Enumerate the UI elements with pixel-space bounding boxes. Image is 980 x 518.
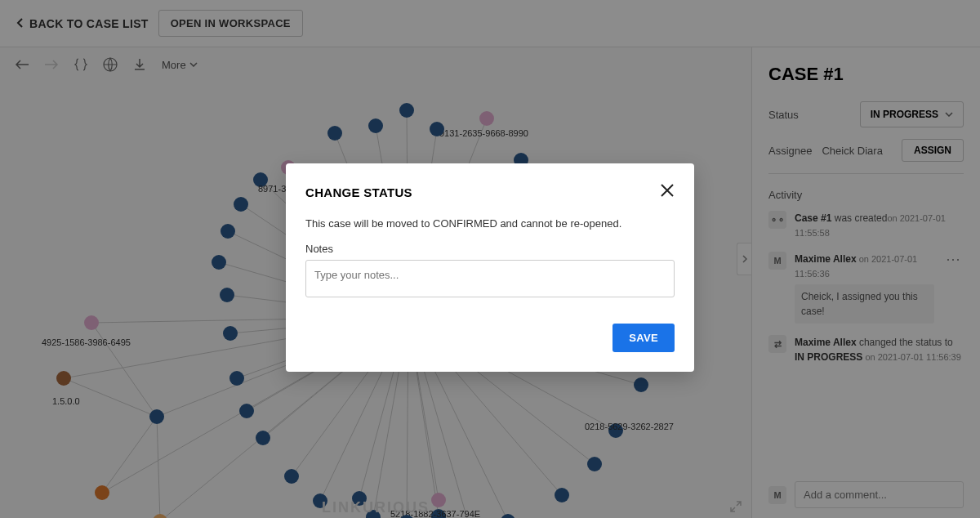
notes-input[interactable]: [305, 260, 675, 297]
change-status-modal: CHANGE STATUS This case will be moved to…: [286, 163, 694, 372]
save-button[interactable]: SAVE: [612, 324, 675, 352]
notes-label: Notes: [305, 243, 675, 255]
modal-title: CHANGE STATUS: [305, 185, 412, 199]
modal-description: This case will be moved to CONFIRMED and…: [305, 217, 675, 230]
close-icon[interactable]: [660, 183, 675, 201]
